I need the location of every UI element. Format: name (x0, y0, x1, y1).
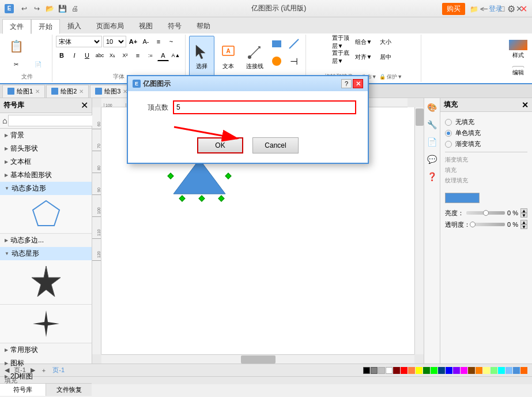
dialog: E 亿图图示 ? ✕ 顶点数 (127, 75, 369, 164)
dialog-overlay: E 亿图图示 ? ✕ 顶点数 (0, 0, 532, 397)
dialog-titlebar: E 亿图图示 ? ✕ (128, 76, 368, 91)
dialog-title-area: E 亿图图示 (133, 79, 171, 89)
dialog-field-label: 顶点数 (139, 103, 168, 113)
dialog-ok-button[interactable]: OK (197, 137, 243, 153)
dialog-title-icon: E (133, 80, 141, 88)
dialog-footer: OK Cancel (128, 133, 368, 163)
dialog-body: 顶点数 (128, 91, 368, 133)
dialog-close-button[interactable]: ✕ (353, 79, 363, 88)
dialog-field-row: 顶点数 (139, 100, 356, 114)
dialog-title-text: 亿图图示 (143, 79, 171, 89)
dialog-help-button[interactable]: ? (341, 79, 352, 88)
dialog-controls: ? ✕ (341, 79, 363, 88)
dialog-icon-label: E (135, 81, 138, 87)
dialog-cancel-button[interactable]: Cancel (252, 137, 299, 153)
dialog-field-input[interactable] (173, 100, 356, 114)
